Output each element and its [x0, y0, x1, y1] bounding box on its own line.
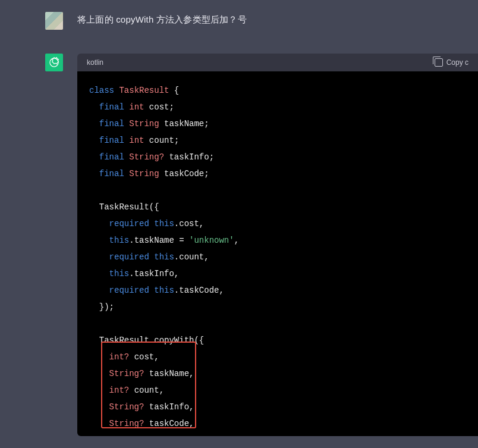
user-avatar — [45, 12, 63, 30]
clipboard-icon — [435, 58, 443, 67]
assistant-body: kotlin Copy c class TaskResult { final i… — [77, 54, 478, 448]
assistant-avatar — [45, 54, 63, 71]
user-message-text: 将上面的 copyWith 方法入参类型后加？号 — [77, 12, 247, 26]
svg-point-0 — [50, 58, 58, 67]
openai-icon — [48, 57, 60, 68]
code-block: kotlin Copy c class TaskResult { final i… — [77, 54, 478, 436]
chat-page: 将上面的 copyWith 方法入参类型后加？号 kotlin Copy c c… — [0, 0, 478, 448]
copy-code-button[interactable]: Copy c — [435, 58, 468, 67]
code-content[interactable]: class TaskResult { final int cost; final… — [77, 71, 478, 436]
assistant-message: kotlin Copy c class TaskResult { final i… — [0, 44, 478, 448]
user-message: 将上面的 copyWith 方法入参类型后加？号 — [0, 0, 478, 44]
code-header: kotlin Copy c — [77, 54, 478, 71]
code-language-label: kotlin — [87, 58, 103, 67]
copy-code-label: Copy c — [446, 58, 468, 67]
